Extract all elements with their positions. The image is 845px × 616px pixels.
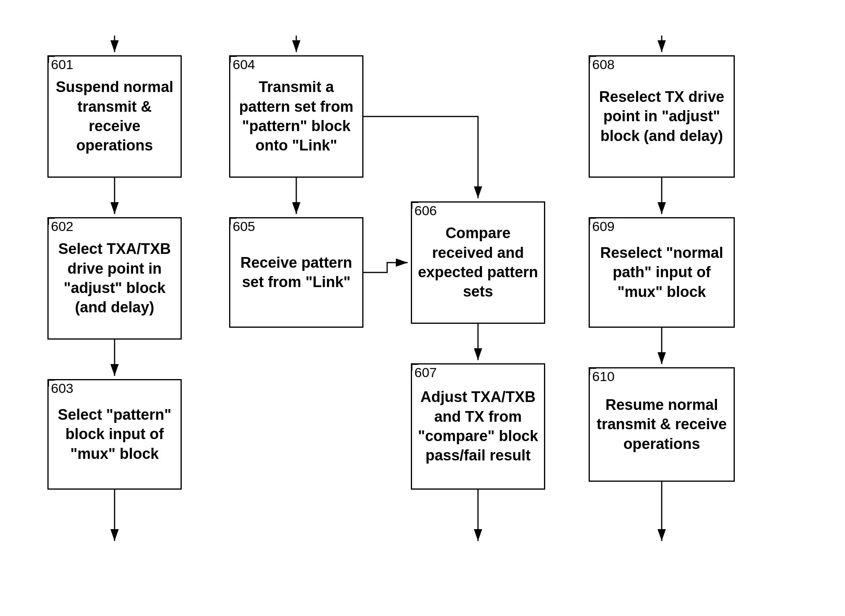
box-601-text: Suspend normal transmit & receive operat… bbox=[53, 77, 176, 156]
box-603-label: 603 bbox=[51, 379, 73, 397]
box-605-label: 605 bbox=[233, 218, 255, 235]
box-601-label: 601 bbox=[51, 56, 73, 73]
box-606: 606 Compare received and expected patter… bbox=[411, 201, 545, 324]
box-609: 609 Reselect "normal path" input of "mux… bbox=[589, 217, 735, 328]
box-609-label: 609 bbox=[592, 218, 615, 235]
box-605: 605 Receive pattern set from "Link" bbox=[229, 217, 363, 328]
box-606-text: Compare received and expected pattern se… bbox=[417, 223, 539, 302]
diagram-container: 601 Suspend normal transmit & receive op… bbox=[24, 24, 821, 592]
box-610: 610 Resume normal transmit & receive ope… bbox=[589, 367, 735, 482]
box-602-label: 602 bbox=[51, 218, 73, 235]
box-609-text: Reselect "normal path" input of "mux" bl… bbox=[595, 243, 729, 302]
box-603: 603 Select "pattern" block input of "mux… bbox=[47, 379, 182, 490]
box-610-label: 610 bbox=[592, 368, 615, 385]
box-607-label: 607 bbox=[414, 364, 437, 381]
box-607-text: Adjust TXA/TXB and TX from "compare" blo… bbox=[417, 387, 539, 466]
box-606-label: 606 bbox=[414, 202, 437, 219]
box-603-text: Select "pattern" block input of "mux" bl… bbox=[53, 405, 176, 464]
box-605-text: Receive pattern set from "Link" bbox=[235, 253, 358, 292]
box-602: 602 Select TXA/TXB drive point in "adjus… bbox=[47, 217, 182, 340]
box-607: 607 Adjust TXA/TXB and TX from "compare"… bbox=[411, 363, 545, 490]
box-608-label: 608 bbox=[592, 56, 615, 73]
box-604-label: 604 bbox=[233, 56, 255, 73]
box-608: 608 Reselect TX drive point in "adjust" … bbox=[589, 55, 735, 178]
box-604-text: Transmit a pattern set from "pattern" bl… bbox=[235, 77, 358, 156]
box-608-text: Reselect TX drive point in "adjust" bloc… bbox=[595, 87, 729, 146]
box-610-text: Resume normal transmit & receive operati… bbox=[595, 395, 729, 454]
box-601: 601 Suspend normal transmit & receive op… bbox=[47, 55, 182, 178]
box-602-text: Select TXA/TXB drive point in "adjust" b… bbox=[53, 239, 176, 317]
box-604: 604 Transmit a pattern set from "pattern… bbox=[229, 55, 363, 178]
